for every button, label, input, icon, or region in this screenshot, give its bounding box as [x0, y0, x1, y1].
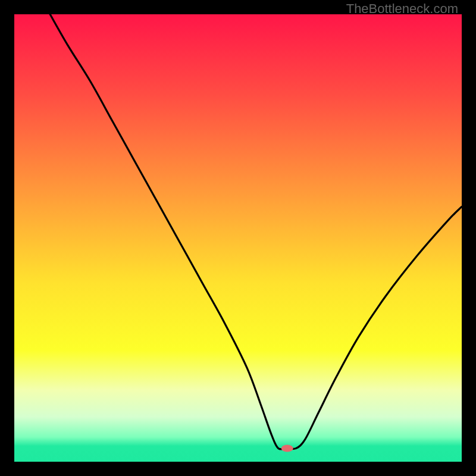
bottleneck-chart — [14, 14, 462, 462]
gradient-background — [14, 14, 462, 462]
chart-frame — [14, 14, 462, 462]
minimum-marker — [281, 444, 293, 452]
